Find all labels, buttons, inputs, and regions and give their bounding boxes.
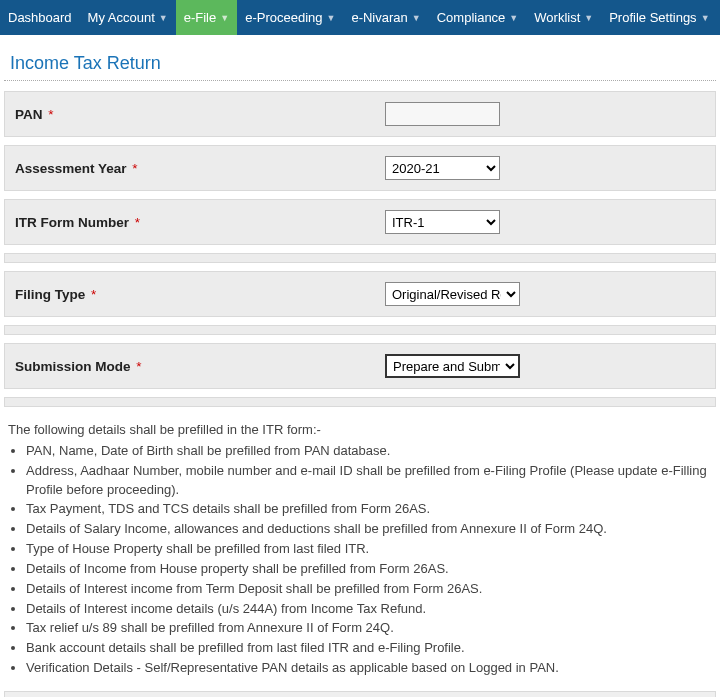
nav-label: Compliance bbox=[437, 10, 506, 25]
label-text: Assessment Year bbox=[15, 161, 127, 176]
field-ay: 2020-21 bbox=[385, 156, 500, 180]
nav-efile[interactable]: e-File▼ bbox=[176, 0, 237, 35]
info-item: Bank account details shall be prefilled … bbox=[26, 639, 716, 658]
nav-label: Dashboard bbox=[8, 10, 72, 25]
filing-type-select[interactable]: Original/Revised Return bbox=[385, 282, 520, 306]
label-filing: Filing Type * bbox=[15, 287, 385, 302]
nav-label: e-File bbox=[184, 10, 217, 25]
info-item: PAN, Name, Date of Birth shall be prefil… bbox=[26, 442, 716, 461]
nav-label: Profile Settings bbox=[609, 10, 696, 25]
top-nav: Dashboard My Account▼ e-File▼ e-Proceedi… bbox=[0, 0, 720, 35]
required-mark: * bbox=[48, 107, 53, 122]
assessment-year-select[interactable]: 2020-21 bbox=[385, 156, 500, 180]
label-text: Submission Mode bbox=[15, 359, 131, 374]
info-intro: The following details shall be prefilled… bbox=[8, 421, 716, 440]
nav-label: e-Proceeding bbox=[245, 10, 322, 25]
chevron-down-icon: ▼ bbox=[412, 13, 421, 23]
nav-worklist[interactable]: Worklist▼ bbox=[526, 0, 601, 35]
info-item: Details of Income from House property sh… bbox=[26, 560, 716, 579]
label-ay: Assessment Year * bbox=[15, 161, 385, 176]
field-pan bbox=[385, 102, 500, 126]
label-text: PAN bbox=[15, 107, 43, 122]
chevron-down-icon: ▼ bbox=[159, 13, 168, 23]
nav-label: Worklist bbox=[534, 10, 580, 25]
field-submission: Prepare and Submit Online bbox=[385, 354, 520, 378]
row-filing-type: Filing Type * Original/Revised Return bbox=[4, 271, 716, 317]
nav-profile-settings[interactable]: Profile Settings▼ bbox=[601, 0, 717, 35]
nav-eproceeding[interactable]: e-Proceeding▼ bbox=[237, 0, 343, 35]
spacer bbox=[4, 325, 716, 335]
row-itr-form: ITR Form Number * ITR-1 bbox=[4, 199, 716, 245]
nav-enivaran[interactable]: e-Nivaran▼ bbox=[343, 0, 428, 35]
nav-dashboard[interactable]: Dashboard bbox=[0, 0, 80, 35]
info-item: Verification Details - Self/Representati… bbox=[26, 659, 716, 678]
label-text: ITR Form Number bbox=[15, 215, 129, 230]
submission-mode-select[interactable]: Prepare and Submit Online bbox=[385, 354, 520, 378]
nav-compliance[interactable]: Compliance▼ bbox=[429, 0, 527, 35]
chevron-down-icon: ▼ bbox=[584, 13, 593, 23]
bank-account-details: Bank account details S.No Bank Account N… bbox=[4, 691, 716, 697]
info-item: Details of Salary Income, allowances and… bbox=[26, 520, 716, 539]
required-mark: * bbox=[132, 161, 137, 176]
nav-my-account[interactable]: My Account▼ bbox=[80, 0, 176, 35]
required-mark: * bbox=[135, 215, 140, 230]
nav-label: e-Nivaran bbox=[351, 10, 407, 25]
chevron-down-icon: ▼ bbox=[701, 13, 710, 23]
label-itr: ITR Form Number * bbox=[15, 215, 385, 230]
info-list: PAN, Name, Date of Birth shall be prefil… bbox=[4, 442, 716, 678]
info-item: Type of House Property shall be prefille… bbox=[26, 540, 716, 559]
chevron-down-icon: ▼ bbox=[220, 13, 229, 23]
info-item: Address, Aadhaar Number, mobile number a… bbox=[26, 462, 716, 500]
required-mark: * bbox=[91, 287, 96, 302]
form-area: PAN * Assessment Year * 2020-21 ITR Form… bbox=[0, 91, 720, 407]
field-itr: ITR-1 bbox=[385, 210, 500, 234]
spacer bbox=[4, 253, 716, 263]
row-pan: PAN * bbox=[4, 91, 716, 137]
label-submission: Submission Mode * bbox=[15, 359, 385, 374]
info-item: Details of Interest income details (u/s … bbox=[26, 600, 716, 619]
row-submission-mode: Submission Mode * Prepare and Submit Onl… bbox=[4, 343, 716, 389]
field-filing: Original/Revised Return bbox=[385, 282, 520, 306]
chevron-down-icon: ▼ bbox=[327, 13, 336, 23]
pan-input[interactable] bbox=[385, 102, 500, 126]
info-item: Details of Interest income from Term Dep… bbox=[26, 580, 716, 599]
chevron-down-icon: ▼ bbox=[509, 13, 518, 23]
page-title: Income Tax Return bbox=[10, 53, 710, 74]
page-title-wrap: Income Tax Return bbox=[4, 35, 716, 81]
nav-label: My Account bbox=[88, 10, 155, 25]
prefill-info: The following details shall be prefilled… bbox=[0, 415, 720, 687]
row-assessment-year: Assessment Year * 2020-21 bbox=[4, 145, 716, 191]
spacer bbox=[4, 397, 716, 407]
info-item: Tax Payment, TDS and TCS details shall b… bbox=[26, 500, 716, 519]
label-pan: PAN * bbox=[15, 107, 385, 122]
label-text: Filing Type bbox=[15, 287, 85, 302]
itr-form-select[interactable]: ITR-1 bbox=[385, 210, 500, 234]
required-mark: * bbox=[136, 359, 141, 374]
info-item: Tax relief u/s 89 shall be prefilled fro… bbox=[26, 619, 716, 638]
